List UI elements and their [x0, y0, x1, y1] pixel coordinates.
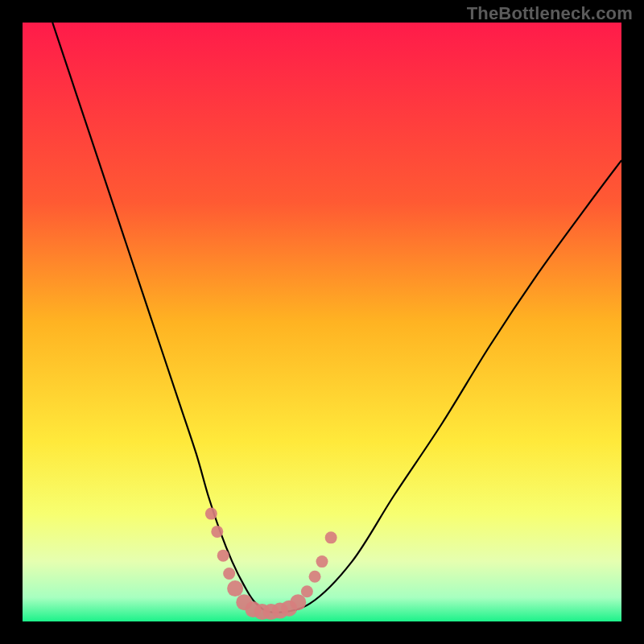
- marker-dot: [309, 571, 321, 583]
- marker-dot: [217, 550, 229, 562]
- chart-container: TheBottleneck.com: [0, 0, 644, 644]
- watermark-text: TheBottleneck.com: [467, 3, 633, 24]
- marker-dot: [290, 594, 306, 610]
- marker-dot: [223, 568, 235, 580]
- plot-area: [23, 23, 621, 621]
- marker-dot: [205, 508, 217, 520]
- marker-dot: [316, 555, 328, 568]
- marker-dot: [325, 531, 337, 543]
- highlighted-markers: [23, 23, 621, 621]
- marker-dot: [227, 580, 243, 597]
- marker-dot: [301, 585, 313, 597]
- marker-dot: [211, 526, 223, 538]
